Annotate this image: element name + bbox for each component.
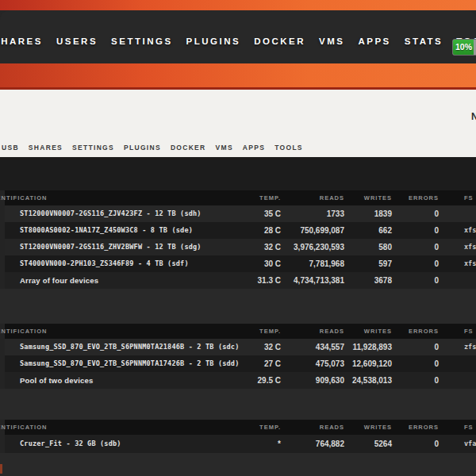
nav-item-plugins[interactable]: PLUGINS [186,36,241,46]
col-fs: FS [464,420,474,435]
device-writes: 12,609,120 [352,355,392,372]
device-errors: 0 [434,355,439,372]
nav-item-apps[interactable]: APPS [358,36,390,46]
device-name-link[interactable]: Samsung_SSD_870_EVO_2TB_S6PNNM0TA17426B … [20,355,240,372]
device-temp: 27 C [264,355,281,372]
device-name-link[interactable]: Samsung_SSD_870_EVO_2TB_S6PNNM0TA21846B … [20,339,240,355]
subnav-item-docker[interactable]: DOCKER [171,144,206,152]
summary-temp: 31.3 C [258,272,281,289]
col-writes: WRITES [364,190,392,205]
device-temp: 32 C [264,239,281,255]
device-reads: 750,699,087 [300,222,344,239]
clipped-red-marker [0,464,2,474]
nav-item-settings[interactable]: SETTINGS [111,36,173,46]
summary-label: Array of four devices [20,272,98,289]
device-writes: 1839 [374,205,392,222]
device-reads: 1733 [327,205,344,222]
table-gap [0,389,476,420]
subnav-item-apps[interactable]: APPS [243,144,265,152]
col-errors: ERRORS [409,190,439,205]
table-summary-row: Pool of two devices 29.5 C 909,630 24,53… [5,372,476,389]
nav-item-stats[interactable]: STATS [405,36,443,46]
subnav-item-plugins[interactable]: PLUGINS [124,144,161,152]
subnav-item-tools[interactable]: TOOLS [274,144,303,152]
device-fs: xfs [464,222,476,239]
device-writes: 597 [378,255,392,272]
col-identification: IDENTIFICATION [0,420,47,435]
device-errors: 0 [434,222,439,239]
device-fs: xfs [464,255,476,272]
nav-item-users[interactable]: USERS [56,36,98,46]
col-fs: FS [464,190,474,205]
usage-badge-label: 10% [455,40,472,55]
col-reads: READS [320,190,344,205]
table-bottom-spacer [0,453,476,476]
top-orange-strip [0,0,476,10]
summary-writes: 24,538,013 [352,372,392,389]
subnav-item-shares[interactable]: SHARES [29,144,63,152]
device-reads: 475,073 [316,355,344,372]
col-identification: IDENTIFICATION [0,324,47,339]
usage-badge[interactable]: 10% [452,39,476,56]
table-row: Samsung_SSD_870_EVO_2TB_S6PNNM0TA17426B … [5,355,476,372]
summary-errors: 0 [434,272,439,289]
device-fs: zfs [464,339,476,355]
table-row: Cruzer_Fit - 32 GB (sdb) * 764,882 5264 … [5,435,476,453]
pool-devices-table: IDENTIFICATION TEMP. READS WRITES ERRORS… [5,324,476,389]
device-reads: 3,976,230,593 [294,239,344,255]
disk-tables-section: IDENTIFICATION TEMP. READS WRITES ERRORS… [0,157,476,476]
device-fs: xfs [464,239,476,255]
col-temp: TEMP. [259,420,281,435]
table-top-spacer [0,157,476,190]
col-writes: WRITES [364,324,392,339]
summary-reads: 909,630 [316,372,344,389]
array-devices-table: IDENTIFICATION TEMP. READS WRITES ERRORS… [5,190,476,289]
subnav-item-vms[interactable]: VMS [216,144,233,152]
device-writes: 662 [378,222,392,239]
flash-device-table: IDENTIFICATION TEMP. READS WRITES ERRORS… [5,420,476,453]
main-nav-bar: SHARES USERS SETTINGS PLUGINS DOCKER VMS… [0,10,476,63]
table-gap [0,289,476,324]
subnav-item-usb[interactable]: USB [2,144,19,152]
col-temp: TEMP. [259,190,281,205]
col-temp: TEMP. [259,324,281,339]
device-name-link[interactable]: ST12000VN0007-2GS116_ZJV423FZ - 12 TB (s… [20,205,202,222]
device-errors: 0 [434,205,439,222]
col-identification: IDENTIFICATION [0,190,47,205]
device-errors: 0 [434,339,439,355]
summary-label: Pool of two devices [20,372,93,389]
unraid-dashboard: SHARES USERS SETTINGS PLUGINS DOCKER VMS… [0,0,476,476]
device-reads: 7,781,968 [309,255,345,272]
device-temp: 35 C [264,205,281,222]
table-header-row: IDENTIFICATION TEMP. READS WRITES ERRORS… [5,420,476,435]
sub-nav-items: USB SHARES SETTINGS PLUGINS DOCKER VMS A… [2,144,303,152]
table-row: ST4000VN000-2PH103_ZS346F89 - 4 TB (sdf)… [5,255,476,272]
device-temp: 32 C [264,339,281,355]
nav-item-vms[interactable]: VMS [319,36,344,46]
col-errors: ERRORS [409,324,439,339]
table-summary-row: Array of four devices 31.3 C 4,734,713,3… [5,272,476,289]
summary-temp: 29.5 C [258,372,281,389]
table-header-row: IDENTIFICATION TEMP. READS WRITES ERRORS… [5,190,476,205]
nav-item-shares[interactable]: SHARES [0,36,43,46]
col-reads: READS [320,324,344,339]
device-temp: 30 C [264,255,281,272]
summary-reads: 4,734,713,381 [294,272,344,289]
device-writes: 580 [378,239,392,255]
device-name-link[interactable]: Cruzer_Fit - 32 GB (sdb) [20,435,121,453]
clipped-right-text: N [471,111,476,122]
table-row: ST8000AS0002-1NA17Z_Z450W3C8 - 8 TB (sde… [5,222,476,239]
col-fs: FS [464,324,474,339]
device-name-link[interactable]: ST12000VN0007-2GS116_ZHV2BWFW - 12 TB (s… [20,239,202,255]
orange-header-band [0,63,476,90]
subnav-item-settings[interactable]: SETTINGS [72,144,114,152]
device-temp: 28 C [264,222,281,239]
nav-item-docker[interactable]: DOCKER [254,36,305,46]
light-subheader-section: N USB SHARES SETTINGS PLUGINS DOCKER VMS… [0,90,476,157]
device-errors: 0 [434,239,439,255]
device-fs: vfat [464,435,476,453]
device-name-link[interactable]: ST8000AS0002-1NA17Z_Z450W3C8 - 8 TB (sde… [20,222,193,239]
device-name-link[interactable]: ST4000VN000-2PH103_ZS346F89 - 4 TB (sdf) [20,255,189,272]
col-writes: WRITES [364,420,392,435]
device-errors: 0 [434,435,439,453]
